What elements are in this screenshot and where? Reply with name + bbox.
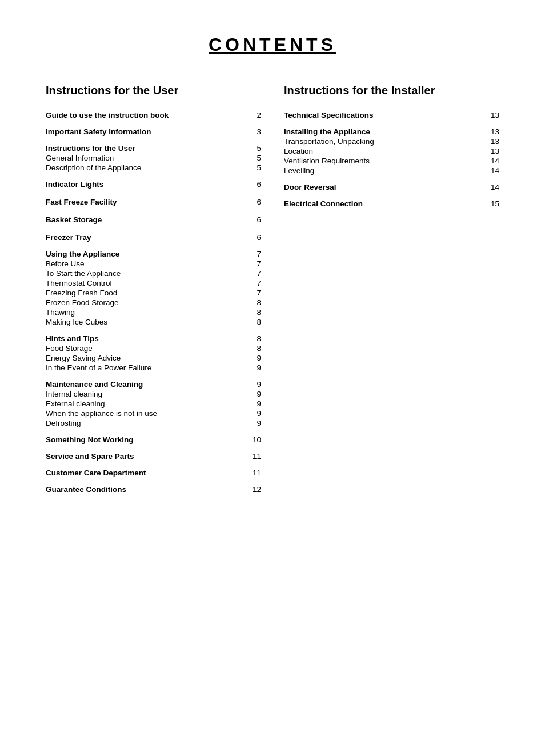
toc-group-guarantee: Guarantee Conditions12 bbox=[46, 485, 261, 494]
toc-group-safety: Important Safety Information3 bbox=[46, 127, 261, 136]
left-column: Instructions for the User Guide to use t… bbox=[46, 84, 261, 502]
toc-entry-label: To Start the Appliance bbox=[46, 269, 121, 278]
left-toc: Guide to use the instruction book2Import… bbox=[46, 111, 261, 494]
right-toc: Technical Specifications13Installing the… bbox=[284, 111, 499, 208]
toc-entry-page: 8 bbox=[244, 298, 261, 307]
toc-entry-label: Defrosting bbox=[46, 419, 81, 427]
toc-entry-label: Transportation, Unpacking bbox=[284, 137, 374, 146]
toc-entry-label: Guarantee Conditions bbox=[46, 485, 126, 494]
toc-entry-label: Before Use bbox=[46, 259, 85, 268]
right-column: Instructions for the Installer Technical… bbox=[284, 84, 499, 502]
toc-entry-label: Something Not Working bbox=[46, 435, 134, 444]
columns-container: Instructions for the User Guide to use t… bbox=[46, 84, 499, 502]
toc-entry-page: 10 bbox=[244, 435, 261, 444]
toc-entry-page: 13 bbox=[482, 127, 499, 136]
toc-entry: Freezing Fresh Food7 bbox=[46, 289, 261, 297]
toc-entry-label: Important Safety Information bbox=[46, 127, 151, 136]
toc-group-tech-spec: Technical Specifications13 bbox=[284, 111, 499, 119]
toc-entry-label: Thawing bbox=[46, 308, 75, 317]
toc-entry-page: 5 bbox=[244, 154, 261, 162]
toc-entry: General Information5 bbox=[46, 154, 261, 162]
toc-group-service: Service and Spare Parts11 bbox=[46, 452, 261, 461]
toc-entry-page: 6 bbox=[244, 198, 261, 206]
toc-entry: In the Event of a Power Failure9 bbox=[46, 363, 261, 372]
toc-entry-page: 9 bbox=[244, 363, 261, 372]
toc-entry: Installing the Appliance13 bbox=[284, 127, 499, 136]
page-title: CONTENTS bbox=[46, 34, 499, 55]
toc-entry: Important Safety Information3 bbox=[46, 127, 261, 136]
toc-group-instructions-user: Instructions for the User5General Inform… bbox=[46, 144, 261, 172]
toc-entry-page: 9 bbox=[244, 409, 261, 418]
toc-entry-page: 9 bbox=[244, 380, 261, 389]
toc-entry: Internal cleaning9 bbox=[46, 390, 261, 398]
toc-entry-label: Ventilation Requirements bbox=[284, 157, 370, 165]
toc-entry-label: Frozen Food Storage bbox=[46, 298, 119, 307]
toc-entry-label: Internal cleaning bbox=[46, 390, 102, 398]
toc-entry-page: 7 bbox=[244, 259, 261, 268]
toc-entry-label: Description of the Appliance bbox=[46, 163, 141, 172]
toc-entry-page: 11 bbox=[244, 469, 261, 477]
toc-entry: Indicator Lights6 bbox=[46, 180, 261, 189]
toc-entry: Frozen Food Storage8 bbox=[46, 298, 261, 307]
toc-entry-page: 5 bbox=[244, 144, 261, 153]
toc-entry-label: Installing the Appliance bbox=[284, 127, 370, 136]
toc-entry-page: 12 bbox=[244, 485, 261, 494]
toc-entry-label: Thermostat Control bbox=[46, 279, 112, 287]
toc-entry: Using the Appliance7 bbox=[46, 250, 261, 258]
toc-group-maintenance: Maintenance and Cleaning9Internal cleani… bbox=[46, 380, 261, 427]
toc-group-using: Using the Appliance7Before Use7To Start … bbox=[46, 250, 261, 326]
toc-entry-page: 8 bbox=[244, 308, 261, 317]
toc-entry: Thawing8 bbox=[46, 308, 261, 317]
toc-entry: Defrosting9 bbox=[46, 419, 261, 427]
toc-entry-label: Customer Care Department bbox=[46, 469, 146, 477]
toc-entry: Guide to use the instruction book2 bbox=[46, 111, 261, 119]
toc-entry-label: Making Ice Cubes bbox=[46, 318, 107, 326]
toc-group-customer: Customer Care Department11 bbox=[46, 469, 261, 477]
toc-entry-page: 13 bbox=[482, 147, 499, 155]
toc-entry: Service and Spare Parts11 bbox=[46, 452, 261, 461]
toc-entry: Description of the Appliance5 bbox=[46, 163, 261, 172]
toc-entry: When the appliance is not in use9 bbox=[46, 409, 261, 418]
toc-group-electrical: Electrical Connection15 bbox=[284, 199, 499, 208]
toc-entry: Electrical Connection15 bbox=[284, 199, 499, 208]
toc-entry: Location13 bbox=[284, 147, 499, 155]
toc-entry-label: Door Reversal bbox=[284, 183, 336, 191]
toc-entry-page: 7 bbox=[244, 269, 261, 278]
toc-entry: Hints and Tips8 bbox=[46, 334, 261, 343]
toc-entry-label: Indicator Lights bbox=[46, 180, 103, 189]
left-column-heading: Instructions for the User bbox=[46, 84, 261, 97]
toc-entry-label: Service and Spare Parts bbox=[46, 452, 134, 461]
toc-entry: Food Storage8 bbox=[46, 344, 261, 353]
toc-entry-label: When the appliance is not in use bbox=[46, 409, 157, 418]
toc-entry-label: Basket Storage bbox=[46, 215, 102, 224]
toc-entry-page: 9 bbox=[244, 354, 261, 362]
toc-entry-label: External cleaning bbox=[46, 399, 105, 408]
toc-entry-label: Maintenance and Cleaning bbox=[46, 380, 143, 389]
toc-entry-page: 7 bbox=[244, 279, 261, 287]
toc-entry-label: In the Event of a Power Failure bbox=[46, 363, 151, 372]
toc-entry-label: Food Storage bbox=[46, 344, 93, 353]
toc-group-indicator: Indicator Lights6Fast Freeze Facility6Ba… bbox=[46, 180, 261, 242]
toc-entry-page: 14 bbox=[482, 183, 499, 191]
toc-entry-page: 9 bbox=[244, 399, 261, 408]
toc-entry-label: Using the Appliance bbox=[46, 250, 119, 258]
toc-group-not-working: Something Not Working10 bbox=[46, 435, 261, 444]
toc-entry: Making Ice Cubes8 bbox=[46, 318, 261, 326]
toc-group-hints: Hints and Tips8Food Storage8Energy Savin… bbox=[46, 334, 261, 372]
toc-entry-page: 14 bbox=[482, 166, 499, 175]
toc-entry-page: 3 bbox=[244, 127, 261, 136]
toc-entry: Instructions for the User5 bbox=[46, 144, 261, 153]
toc-entry-page: 7 bbox=[244, 250, 261, 258]
toc-entry-label: Instructions for the User bbox=[46, 144, 135, 153]
toc-entry-page: 11 bbox=[244, 452, 261, 461]
toc-entry-label: Technical Specifications bbox=[284, 111, 374, 119]
page-wrapper: CONTENTS Instructions for the User Guide… bbox=[46, 34, 499, 756]
toc-entry-page: 6 bbox=[244, 180, 261, 189]
toc-entry: Something Not Working10 bbox=[46, 435, 261, 444]
toc-entry: Fast Freeze Facility6 bbox=[46, 198, 261, 206]
toc-entry-page: 8 bbox=[244, 318, 261, 326]
toc-entry: Technical Specifications13 bbox=[284, 111, 499, 119]
toc-entry: Maintenance and Cleaning9 bbox=[46, 380, 261, 389]
toc-entry-page: 6 bbox=[244, 215, 261, 224]
toc-entry: Door Reversal14 bbox=[284, 183, 499, 191]
